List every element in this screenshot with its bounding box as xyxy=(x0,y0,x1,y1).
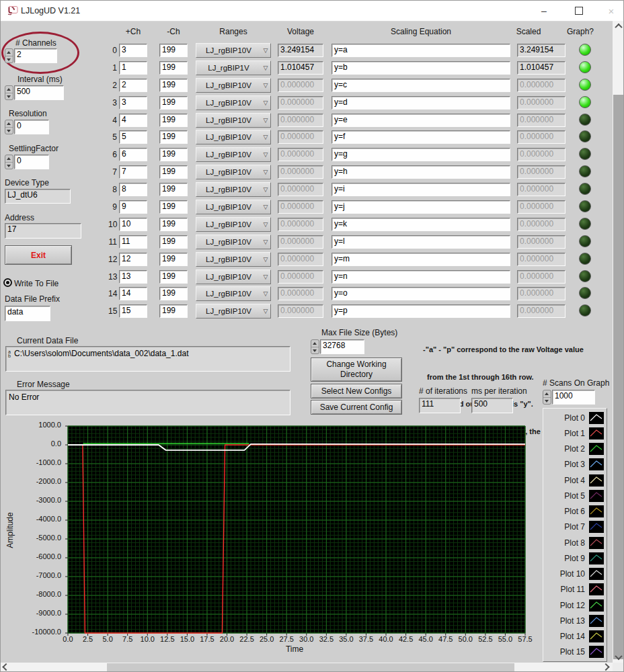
plus-channel-input[interactable]: 8 xyxy=(119,183,147,196)
maximize-button[interactable] xyxy=(566,1,592,21)
resolution-spinner[interactable] xyxy=(5,120,13,134)
scaling-equation-input[interactable]: y=n xyxy=(332,270,510,284)
legend-item[interactable]: Plot 3 xyxy=(546,458,604,472)
write-to-file-radio[interactable] xyxy=(3,278,12,287)
scans-spinner[interactable] xyxy=(543,390,551,405)
plus-channel-input[interactable]: 1 xyxy=(119,61,147,75)
range-dropdown[interactable]: LJ_rgBIP10V ▽ xyxy=(196,113,271,128)
legend-item[interactable]: Plot 15 xyxy=(546,645,604,659)
error-message-box[interactable]: No Error xyxy=(5,390,290,415)
scaling-equation-input[interactable]: y=j xyxy=(332,200,510,214)
legend-item[interactable]: Plot 1 xyxy=(546,426,604,440)
horizontal-scrollbar[interactable] xyxy=(1,663,624,672)
minus-channel-input[interactable]: 199 xyxy=(159,304,188,318)
exit-button[interactable]: Exit xyxy=(5,245,72,265)
minus-channel-input[interactable]: 199 xyxy=(159,96,188,110)
graph-led[interactable] xyxy=(579,183,591,195)
close-button[interactable]: × xyxy=(598,1,624,21)
graph-led[interactable] xyxy=(579,235,591,247)
scaling-equation-input[interactable]: y=b xyxy=(332,61,510,75)
scaling-equation-input[interactable]: y=e xyxy=(332,114,510,127)
channels-input[interactable]: 2 xyxy=(14,48,57,63)
legend-item[interactable]: Plot 5 xyxy=(546,489,604,503)
minimize-button[interactable]: – xyxy=(531,1,557,21)
legend-item[interactable]: Plot 12 xyxy=(546,598,604,612)
minus-channel-input[interactable]: 199 xyxy=(159,235,188,249)
range-dropdown[interactable]: LJ_rgBIP10V ▽ xyxy=(196,165,271,179)
graph-led[interactable] xyxy=(579,165,591,177)
max-file-size-input[interactable]: 32768 xyxy=(320,339,364,354)
change-working-directory-button[interactable]: Change Working Directory xyxy=(311,358,402,382)
legend-item[interactable]: Plot 7 xyxy=(546,520,604,534)
channels-spinner[interactable] xyxy=(5,48,13,63)
range-dropdown[interactable]: LJ_rgBIP10V ▽ xyxy=(196,147,271,162)
minus-channel-input[interactable]: 199 xyxy=(159,165,188,179)
scaling-equation-input[interactable]: y=f xyxy=(332,130,510,144)
range-dropdown[interactable]: LJ_rgBIP10V ▽ xyxy=(196,182,271,197)
scaling-equation-input[interactable]: y=i xyxy=(332,183,510,196)
plus-channel-input[interactable]: 15 xyxy=(119,304,147,318)
plus-channel-input[interactable]: 12 xyxy=(119,253,147,266)
minus-channel-input[interactable]: 199 xyxy=(159,114,188,127)
legend-item[interactable]: Plot 0 xyxy=(546,411,604,425)
graph-led[interactable] xyxy=(579,148,591,160)
minus-channel-input[interactable]: 199 xyxy=(159,44,188,57)
scaling-equation-input[interactable]: y=p xyxy=(332,304,510,318)
legend-item[interactable]: Plot 6 xyxy=(546,505,604,519)
plus-channel-input[interactable]: 13 xyxy=(119,270,147,284)
horizontal-scrollbar-thumb[interactable] xyxy=(107,663,514,672)
minus-channel-input[interactable]: 199 xyxy=(159,253,188,266)
range-dropdown[interactable]: LJ_rgBIP10V ▽ xyxy=(196,217,271,232)
range-dropdown[interactable]: LJ_rgBIP10V ▽ xyxy=(196,235,271,249)
graph-led[interactable] xyxy=(579,287,591,299)
minus-channel-input[interactable]: 199 xyxy=(159,61,188,75)
settling-spinner[interactable] xyxy=(5,155,13,169)
legend-item[interactable]: Plot 10 xyxy=(546,567,604,581)
scroll-right-button[interactable] xyxy=(600,663,611,672)
graph-led[interactable] xyxy=(579,130,591,142)
minus-channel-input[interactable]: 199 xyxy=(159,79,188,92)
minus-channel-input[interactable]: 199 xyxy=(159,287,188,300)
range-dropdown[interactable]: LJ_rgBIP10V ▽ xyxy=(196,304,271,319)
legend-item[interactable]: Plot 14 xyxy=(546,630,604,644)
device-type-value[interactable]: LJ_dtU6 xyxy=(5,189,71,204)
graph-led[interactable] xyxy=(579,253,591,265)
range-dropdown[interactable]: LJ_rgBIP10V ▽ xyxy=(196,95,271,110)
address-value[interactable]: 17 xyxy=(5,223,81,239)
resolution-input[interactable]: 0 xyxy=(14,120,49,134)
graph-led[interactable] xyxy=(579,218,591,230)
select-new-configs-button[interactable]: Select New Configs xyxy=(311,384,402,398)
range-dropdown[interactable]: LJ_rgBIP10V ▽ xyxy=(196,78,271,93)
range-dropdown[interactable]: LJ_rgBIP10V ▽ xyxy=(196,252,271,267)
minus-channel-input[interactable]: 199 xyxy=(159,183,188,196)
interval-spinner[interactable] xyxy=(5,85,13,100)
current-data-file-box[interactable]: ab C:\Users\solom\Documents\data_002\dat… xyxy=(5,346,290,372)
max-file-size-spinner[interactable] xyxy=(311,339,319,354)
settling-input[interactable]: 0 xyxy=(14,155,49,169)
scaling-equation-input[interactable]: y=m xyxy=(332,253,510,266)
plus-channel-input[interactable]: 5 xyxy=(119,130,147,144)
graph-led[interactable] xyxy=(579,114,591,126)
range-dropdown[interactable]: LJ_rgBIP10V ▽ xyxy=(196,269,271,284)
scaling-equation-input[interactable]: y=o xyxy=(332,287,510,300)
legend-item[interactable]: Plot 11 xyxy=(546,583,604,597)
scaling-equation-input[interactable]: y=g xyxy=(332,148,510,161)
minus-channel-input[interactable]: 199 xyxy=(159,200,188,214)
scaling-equation-input[interactable]: y=d xyxy=(332,96,510,110)
plus-channel-input[interactable]: 3 xyxy=(119,44,147,57)
plus-channel-input[interactable]: 14 xyxy=(119,287,147,300)
legend-item[interactable]: Plot 8 xyxy=(546,536,604,550)
plus-channel-input[interactable]: 6 xyxy=(119,148,147,161)
save-current-config-button[interactable]: Save Current Config xyxy=(311,400,402,415)
range-dropdown[interactable]: LJ_rgBIP10V ▽ xyxy=(196,130,271,144)
scaling-equation-input[interactable]: y=h xyxy=(332,165,510,179)
scaling-equation-input[interactable]: y=a xyxy=(332,44,510,57)
minus-channel-input[interactable]: 199 xyxy=(159,130,188,144)
plus-channel-input[interactable]: 2 xyxy=(119,79,147,92)
legend-item[interactable]: Plot 2 xyxy=(546,442,604,456)
minus-channel-input[interactable]: 199 xyxy=(159,148,188,161)
legend-item[interactable]: Plot 13 xyxy=(546,614,604,628)
scaling-equation-input[interactable]: y=c xyxy=(332,79,510,92)
plus-channel-input[interactable]: 9 xyxy=(119,200,147,214)
data-file-prefix-input[interactable]: data xyxy=(5,306,50,321)
